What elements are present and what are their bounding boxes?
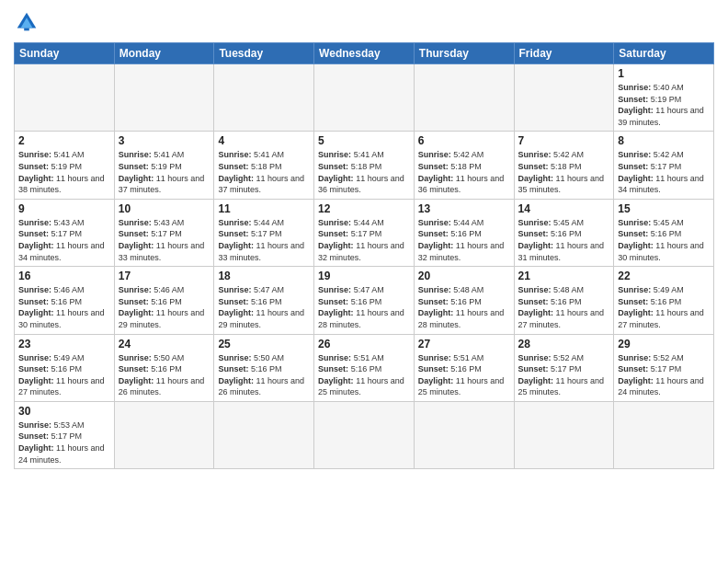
calendar-cell: 19Sunrise: 5:47 AMSunset: 5:16 PMDayligh… xyxy=(314,267,415,334)
day-info: Sunrise: 5:51 AMSunset: 5:16 PMDaylight:… xyxy=(318,352,410,398)
day-number: 25 xyxy=(218,338,310,350)
day-number: 23 xyxy=(18,338,110,350)
calendar-cell: 21Sunrise: 5:48 AMSunset: 5:16 PMDayligh… xyxy=(514,267,614,334)
calendar-cell: 10Sunrise: 5:43 AMSunset: 5:17 PMDayligh… xyxy=(114,199,214,266)
calendar-cell: 30Sunrise: 5:53 AMSunset: 5:17 PMDayligh… xyxy=(15,401,115,468)
day-info: Sunrise: 5:50 AMSunset: 5:16 PMDaylight:… xyxy=(119,352,210,398)
calendar-cell: 12Sunrise: 5:44 AMSunset: 5:17 PMDayligh… xyxy=(314,199,415,266)
day-number: 8 xyxy=(618,134,710,147)
day-info: Sunrise: 5:43 AMSunset: 5:17 PMDaylight:… xyxy=(18,217,110,263)
calendar-cell xyxy=(314,64,415,132)
day-info: Sunrise: 5:49 AMSunset: 5:16 PMDaylight:… xyxy=(18,352,110,398)
day-info: Sunrise: 5:52 AMSunset: 5:17 PMDaylight:… xyxy=(518,352,610,398)
calendar-cell: 22Sunrise: 5:49 AMSunset: 5:16 PMDayligh… xyxy=(614,267,714,334)
weekday-header-wednesday: Wednesday xyxy=(314,43,415,64)
day-info: Sunrise: 5:41 AMSunset: 5:19 PMDaylight:… xyxy=(18,149,110,195)
day-number: 9 xyxy=(18,202,110,215)
page: SundayMondayTuesdayWednesdayThursdayFrid… xyxy=(0,0,728,563)
calendar-cell-empty xyxy=(514,401,614,468)
logo xyxy=(14,9,43,35)
calendar-cell xyxy=(114,64,214,132)
day-number: 28 xyxy=(518,338,610,350)
weekday-header-friday: Friday xyxy=(514,43,614,64)
day-number: 11 xyxy=(218,202,310,215)
calendar-cell: 2Sunrise: 5:41 AMSunset: 5:19 PMDaylight… xyxy=(15,132,115,199)
day-info: Sunrise: 5:52 AMSunset: 5:17 PMDaylight:… xyxy=(618,352,710,398)
day-number: 14 xyxy=(518,202,610,215)
calendar-cell: 11Sunrise: 5:44 AMSunset: 5:17 PMDayligh… xyxy=(214,199,314,266)
day-number: 5 xyxy=(318,134,410,147)
day-number: 10 xyxy=(119,202,210,215)
day-number: 13 xyxy=(418,202,510,215)
day-info: Sunrise: 5:51 AMSunset: 5:16 PMDaylight:… xyxy=(418,352,510,398)
calendar-cell: 14Sunrise: 5:45 AMSunset: 5:16 PMDayligh… xyxy=(514,199,614,266)
calendar-row: 30Sunrise: 5:53 AMSunset: 5:17 PMDayligh… xyxy=(15,401,714,468)
day-info: Sunrise: 5:44 AMSunset: 5:17 PMDaylight:… xyxy=(318,217,410,263)
day-number: 16 xyxy=(18,270,110,282)
weekday-header-row: SundayMondayTuesdayWednesdayThursdayFrid… xyxy=(15,43,714,64)
calendar-cell: 28Sunrise: 5:52 AMSunset: 5:17 PMDayligh… xyxy=(514,334,614,401)
day-info: Sunrise: 5:40 AMSunset: 5:19 PMDaylight:… xyxy=(618,82,710,128)
svg-rect-2 xyxy=(24,29,29,31)
day-info: Sunrise: 5:47 AMSunset: 5:16 PMDaylight:… xyxy=(218,284,310,330)
weekday-header-thursday: Thursday xyxy=(414,43,514,64)
day-number: 27 xyxy=(418,338,510,350)
day-number: 24 xyxy=(119,338,210,350)
calendar-row: 23Sunrise: 5:49 AMSunset: 5:16 PMDayligh… xyxy=(15,334,714,401)
day-info: Sunrise: 5:44 AMSunset: 5:16 PMDaylight:… xyxy=(418,217,510,263)
calendar-cell-empty xyxy=(214,401,314,468)
calendar-cell: 3Sunrise: 5:41 AMSunset: 5:19 PMDaylight… xyxy=(114,132,214,199)
calendar-cell: 8Sunrise: 5:42 AMSunset: 5:17 PMDaylight… xyxy=(614,132,714,199)
calendar-cell: 27Sunrise: 5:51 AMSunset: 5:16 PMDayligh… xyxy=(414,334,514,401)
calendar-cell: 4Sunrise: 5:41 AMSunset: 5:18 PMDaylight… xyxy=(214,132,314,199)
calendar-table: SundayMondayTuesdayWednesdayThursdayFrid… xyxy=(14,42,714,469)
day-number: 22 xyxy=(618,270,710,282)
day-number: 29 xyxy=(618,338,710,350)
logo-icon xyxy=(14,9,40,35)
day-number: 26 xyxy=(318,338,410,350)
calendar-cell: 24Sunrise: 5:50 AMSunset: 5:16 PMDayligh… xyxy=(114,334,214,401)
calendar-cell: 1Sunrise: 5:40 AMSunset: 5:19 PMDaylight… xyxy=(614,64,714,132)
day-number: 1 xyxy=(618,67,710,80)
day-number: 3 xyxy=(119,134,210,147)
day-info: Sunrise: 5:43 AMSunset: 5:17 PMDaylight:… xyxy=(119,217,210,263)
calendar-cell: 29Sunrise: 5:52 AMSunset: 5:17 PMDayligh… xyxy=(614,334,714,401)
calendar-cell: 9Sunrise: 5:43 AMSunset: 5:17 PMDaylight… xyxy=(15,199,115,266)
day-number: 30 xyxy=(18,405,110,418)
header xyxy=(14,9,714,35)
calendar-cell: 7Sunrise: 5:42 AMSunset: 5:18 PMDaylight… xyxy=(514,132,614,199)
day-info: Sunrise: 5:53 AMSunset: 5:17 PMDaylight:… xyxy=(18,419,110,465)
calendar-cell: 26Sunrise: 5:51 AMSunset: 5:16 PMDayligh… xyxy=(314,334,415,401)
weekday-header-sunday: Sunday xyxy=(15,43,115,64)
day-info: Sunrise: 5:44 AMSunset: 5:17 PMDaylight:… xyxy=(218,217,310,263)
weekday-header-tuesday: Tuesday xyxy=(214,43,314,64)
day-info: Sunrise: 5:48 AMSunset: 5:16 PMDaylight:… xyxy=(418,284,510,330)
calendar-row: 1Sunrise: 5:40 AMSunset: 5:19 PMDaylight… xyxy=(15,64,714,132)
day-info: Sunrise: 5:41 AMSunset: 5:18 PMDaylight:… xyxy=(318,149,410,195)
calendar-cell: 17Sunrise: 5:46 AMSunset: 5:16 PMDayligh… xyxy=(114,267,214,334)
calendar-cell: 5Sunrise: 5:41 AMSunset: 5:18 PMDaylight… xyxy=(314,132,415,199)
calendar-cell xyxy=(414,64,514,132)
calendar-row: 16Sunrise: 5:46 AMSunset: 5:16 PMDayligh… xyxy=(15,267,714,334)
calendar-cell: 25Sunrise: 5:50 AMSunset: 5:16 PMDayligh… xyxy=(214,334,314,401)
day-info: Sunrise: 5:41 AMSunset: 5:18 PMDaylight:… xyxy=(218,149,310,195)
day-number: 17 xyxy=(119,270,210,282)
calendar-cell xyxy=(15,64,115,132)
calendar-cell: 20Sunrise: 5:48 AMSunset: 5:16 PMDayligh… xyxy=(414,267,514,334)
calendar-cell-empty xyxy=(114,401,214,468)
calendar-cell-empty xyxy=(614,401,714,468)
day-info: Sunrise: 5:50 AMSunset: 5:16 PMDaylight:… xyxy=(218,352,310,398)
day-number: 18 xyxy=(218,270,310,282)
calendar-cell: 15Sunrise: 5:45 AMSunset: 5:16 PMDayligh… xyxy=(614,199,714,266)
weekday-header-saturday: Saturday xyxy=(614,43,714,64)
day-number: 15 xyxy=(618,202,710,215)
day-info: Sunrise: 5:42 AMSunset: 5:18 PMDaylight:… xyxy=(518,149,610,195)
calendar-cell: 6Sunrise: 5:42 AMSunset: 5:18 PMDaylight… xyxy=(414,132,514,199)
calendar-row: 9Sunrise: 5:43 AMSunset: 5:17 PMDaylight… xyxy=(15,199,714,266)
calendar-cell-empty xyxy=(414,401,514,468)
calendar-cell-empty xyxy=(314,401,415,468)
day-info: Sunrise: 5:42 AMSunset: 5:18 PMDaylight:… xyxy=(418,149,510,195)
day-info: Sunrise: 5:49 AMSunset: 5:16 PMDaylight:… xyxy=(618,284,710,330)
day-number: 20 xyxy=(418,270,510,282)
day-number: 21 xyxy=(518,270,610,282)
